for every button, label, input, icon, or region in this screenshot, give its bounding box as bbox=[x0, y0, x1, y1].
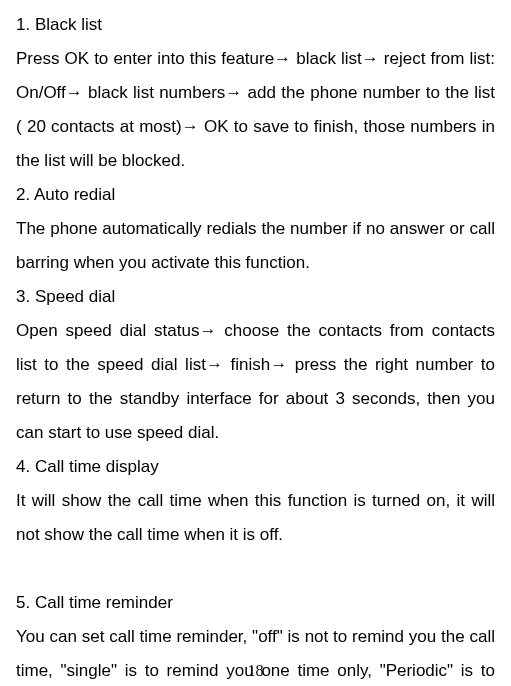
page-number: 18 bbox=[0, 662, 511, 680]
section-3-body: Open speed dial status→ choose the conta… bbox=[16, 314, 495, 450]
section-5-title bbox=[16, 552, 495, 586]
section-1-body: Press OK to enter into this feature→ bla… bbox=[16, 42, 495, 178]
document-page: 1. Black list Press OK to enter into thi… bbox=[0, 0, 511, 686]
section-1-title: 1. Black list bbox=[16, 8, 495, 42]
section-5-title-text: 5. Call time reminder bbox=[16, 586, 495, 620]
section-4-body: It will show the call time when this fun… bbox=[16, 484, 495, 552]
section-4-title: 4. Call time display bbox=[16, 450, 495, 484]
section-2-title: 2. Auto redial bbox=[16, 178, 495, 212]
section-2-body: The phone automatically redials the numb… bbox=[16, 212, 495, 280]
section-3-title: 3. Speed dial bbox=[16, 280, 495, 314]
